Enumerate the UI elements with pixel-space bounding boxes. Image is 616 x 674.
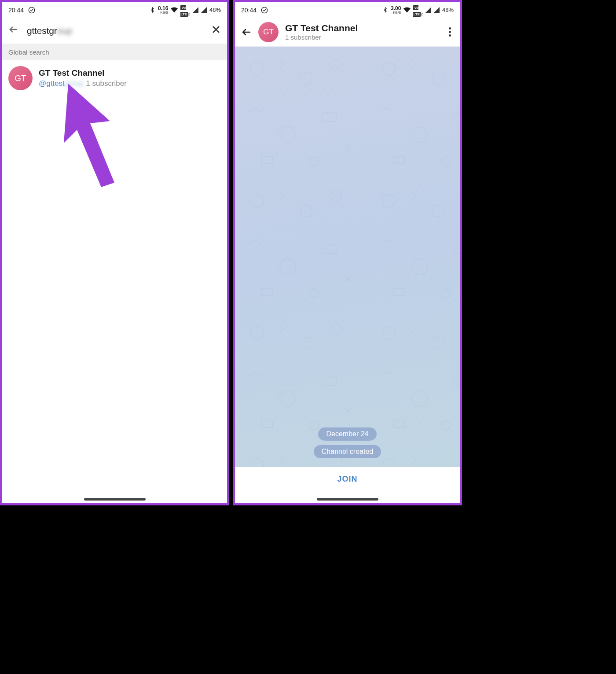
- channel-subscriber-count: 1 subscriber: [285, 33, 440, 41]
- net-speed: 3.00 KB/S: [391, 6, 401, 15]
- bluetooth-icon: [150, 7, 155, 13]
- svg-point-0: [29, 7, 34, 13]
- status-time: 20:44: [8, 7, 24, 14]
- back-arrow-icon[interactable]: [241, 27, 252, 37]
- search-query-redacted: oup: [57, 26, 72, 36]
- check-circle-icon: [261, 7, 268, 14]
- volte-badge: VoLTE2: [413, 4, 423, 17]
- signal-icon-1: [193, 7, 198, 13]
- wifi-icon: [403, 7, 411, 13]
- svg-point-1: [261, 7, 267, 13]
- status-bar: 20:44 0.16 KB/S VoLTE2 48%: [2, 2, 227, 18]
- wifi-icon: [171, 7, 178, 13]
- result-channel-name: GT Test Channel: [39, 68, 127, 78]
- chat-area[interactable]: December 24 Channel created: [235, 47, 460, 467]
- volte-badge: VoLTE2: [180, 4, 190, 17]
- battery-percent: 48%: [209, 7, 221, 13]
- channel-title: GT Test Channel: [285, 23, 440, 33]
- signal-icon-1: [425, 7, 431, 13]
- nav-handle: [84, 498, 146, 501]
- result-subtitle: @gttestgroup1 subscriber: [39, 79, 127, 88]
- back-arrow-icon[interactable]: [8, 25, 18, 37]
- clear-search-icon[interactable]: [211, 24, 221, 37]
- search-header: gttestgroup: [2, 18, 227, 44]
- search-query-text: gttestgr: [27, 26, 57, 36]
- global-search-section-header: Global search: [2, 44, 227, 60]
- channel-header: GT GT Test Channel 1 subscriber: [235, 18, 460, 47]
- more-options-icon[interactable]: [446, 25, 454, 39]
- net-speed: 0.16 KB/S: [158, 6, 168, 15]
- date-badge: December 24: [318, 427, 376, 441]
- status-bar: 20:44 3.00 KB/S VoLTE2 48%: [235, 2, 460, 18]
- search-result-item[interactable]: GT GT Test Channel @gttestgroup1 subscri…: [2, 60, 227, 96]
- signal-icon-2: [201, 7, 207, 13]
- status-time: 20:44: [241, 7, 257, 14]
- battery-percent: 48%: [442, 7, 454, 13]
- join-button[interactable]: JOIN: [235, 467, 460, 491]
- channel-info[interactable]: GT Test Channel 1 subscriber: [285, 23, 440, 41]
- search-input[interactable]: gttestgroup: [27, 24, 221, 37]
- nav-handle: [317, 498, 378, 501]
- avatar: GT: [8, 66, 33, 90]
- check-circle-icon: [28, 7, 35, 14]
- channel-avatar[interactable]: GT: [258, 22, 279, 42]
- signal-icon-2: [434, 7, 440, 13]
- bluetooth-icon: [382, 7, 388, 13]
- system-event-badge: Channel created: [314, 445, 381, 458]
